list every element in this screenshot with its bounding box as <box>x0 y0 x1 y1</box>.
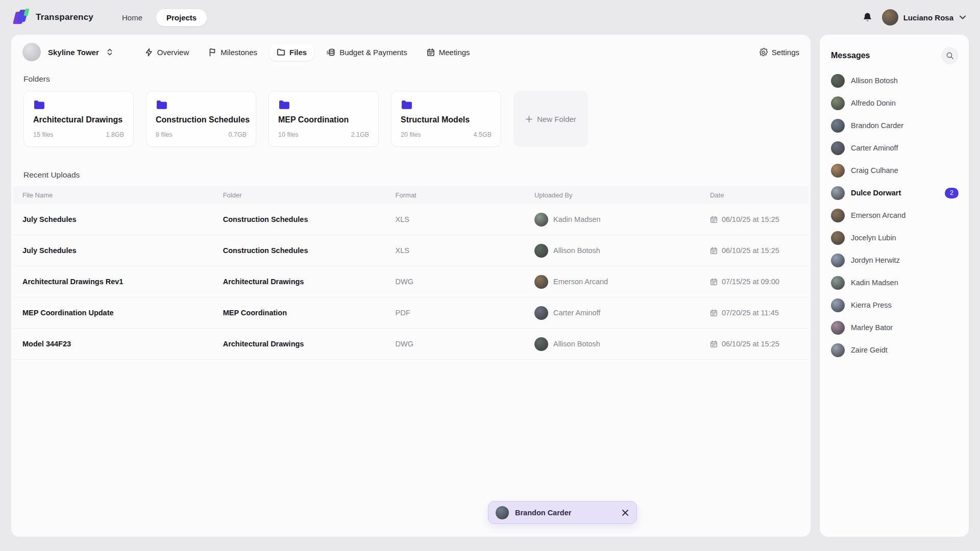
folder-size: 4.5GB <box>474 131 492 138</box>
flag-icon <box>208 48 216 57</box>
primary-nav: Home Projects <box>122 9 207 27</box>
tab-label: Overview <box>157 48 189 57</box>
cell-file-name: Model 344F23 <box>22 340 223 348</box>
project-name: Skyline Tower <box>48 48 99 57</box>
contact-avatar <box>831 74 845 88</box>
table-row[interactable]: July Schedules Construction Schedules XL… <box>13 204 808 235</box>
folder-card[interactable]: Structural Models 20 files 4.5GB <box>391 91 501 147</box>
contact-item[interactable]: Brandon Carder <box>820 114 969 137</box>
cell-folder: Architectural Drawings <box>223 278 396 286</box>
cell-folder: MEP Coordination <box>223 309 396 317</box>
cell-uploaded-by: Emerson Arcand <box>534 275 710 289</box>
cell-file-name: July Schedules <box>22 246 223 255</box>
uploader-name: Allison Botosh <box>553 340 600 348</box>
contact-item[interactable]: Zaire Geidt <box>820 339 969 361</box>
cell-file-name: MEP Coordination Update <box>22 309 223 317</box>
tab-meetings[interactable]: Meetings <box>420 44 477 61</box>
nav-home[interactable]: Home <box>122 13 142 22</box>
calendar-icon <box>710 216 718 223</box>
contact-list: Allison Botosh Alfredo Donin Brandon Car… <box>820 69 969 361</box>
contact-item[interactable]: Craig Culhane <box>820 159 969 182</box>
folder-file-count: 8 files <box>156 131 173 138</box>
contact-avatar <box>831 298 845 312</box>
project-panel: Skyline Tower Overview Milestones Files <box>11 35 811 537</box>
uploader-name: Emerson Arcand <box>553 278 608 286</box>
contact-avatar <box>831 119 845 133</box>
cell-format: DWG <box>396 278 534 286</box>
contact-avatar <box>831 254 845 267</box>
uploader-name: Allison Botosh <box>553 246 600 255</box>
bell-icon[interactable] <box>862 12 873 23</box>
close-icon[interactable] <box>621 509 629 517</box>
message-toast[interactable]: Brandon Carder <box>488 501 637 524</box>
cell-folder: Construction Schedules <box>223 215 396 223</box>
project-selector[interactable]: Skyline Tower <box>22 43 113 61</box>
folder-icon <box>33 99 124 110</box>
contact-item[interactable]: Marley Bator <box>820 316 969 339</box>
brand-logo-icon <box>13 9 31 26</box>
folder-icon <box>156 99 247 110</box>
calendar-icon <box>710 309 718 317</box>
contact-item[interactable]: Jocelyn Lubin <box>820 227 969 249</box>
cell-format: PDF <box>396 309 534 317</box>
folder-icon <box>401 99 492 110</box>
folder-name: Architectural Drawings <box>33 115 124 124</box>
uploader-name: Kadin Madsen <box>553 215 601 223</box>
uploads-table-header: File Name Folder Format Uploaded By Date <box>13 186 808 204</box>
date-text: 07/20/25 at 11:45 <box>722 309 779 317</box>
settings-button[interactable]: Settings <box>759 48 799 57</box>
contact-item[interactable]: Kadin Madsen <box>820 271 969 294</box>
contact-avatar <box>831 321 845 335</box>
col-folder: Folder <box>223 191 396 199</box>
new-folder-button[interactable]: New Folder <box>513 91 588 147</box>
folder-file-count: 10 files <box>278 131 299 138</box>
contact-avatar <box>831 276 845 290</box>
folder-card[interactable]: MEP Coordination 10 files 2.1GB <box>268 91 379 147</box>
user-name: Luciano Rosa <box>903 13 953 22</box>
user-menu[interactable]: Luciano Rosa <box>882 9 967 26</box>
uploads-table: File Name Folder Format Uploaded By Date… <box>13 186 808 360</box>
cell-date: 06/10/25 at 15:25 <box>710 246 799 255</box>
search-icon <box>946 52 954 60</box>
cell-date: 07/20/25 at 11:45 <box>710 309 799 317</box>
contact-item[interactable]: Alfredo Donin <box>820 92 969 114</box>
cell-folder: Architectural Drawings <box>223 340 396 348</box>
cell-uploaded-by: Kadin Madsen <box>534 213 710 227</box>
contact-item[interactable]: Emerson Arcand <box>820 204 969 227</box>
cell-uploaded-by: Allison Botosh <box>534 337 710 351</box>
contact-name: Carter Aminoff <box>851 144 898 152</box>
cell-format: DWG <box>396 340 534 348</box>
folder-size: 2.1GB <box>351 131 369 138</box>
folder-name: MEP Coordination <box>278 115 369 124</box>
tab-milestones[interactable]: Milestones <box>201 44 264 61</box>
nav-projects[interactable]: Projects <box>156 9 207 27</box>
folder-cards: Architectural Drawings 15 files 1.8GB Co… <box>11 84 811 147</box>
folder-card[interactable]: Construction Schedules 8 files 0.7GB <box>146 91 256 147</box>
table-row[interactable]: July Schedules Construction Schedules XL… <box>13 235 808 266</box>
contact-avatar <box>831 164 845 178</box>
folder-size: 1.8GB <box>106 131 124 138</box>
uploader-name: Carter Aminoff <box>553 309 600 317</box>
table-row[interactable]: Model 344F23 Architectural Drawings DWG … <box>13 329 808 360</box>
table-row[interactable]: Architectural Drawings Rev1 Architectura… <box>13 266 808 297</box>
contact-item[interactable]: Allison Botosh <box>820 69 969 92</box>
tab-label: Files <box>289 48 307 57</box>
folder-card[interactable]: Architectural Drawings 15 files 1.8GB <box>23 91 134 147</box>
tab-budget[interactable]: $ Budget & Payments <box>319 44 414 61</box>
tab-label: Meetings <box>439 48 470 57</box>
table-row[interactable]: MEP Coordination Update MEP Coordination… <box>13 297 808 329</box>
calendar-icon <box>710 340 718 348</box>
uploads-section-title: Recent Uploads <box>11 162 811 180</box>
contact-name: Brandon Carder <box>851 121 903 130</box>
contact-name: Craig Culhane <box>851 166 898 174</box>
search-button[interactable] <box>941 47 959 64</box>
contact-item[interactable]: Dulce Dorwart 2 <box>820 182 969 204</box>
messages-panel: Messages Allison Botosh Alfredo Donin Br… <box>820 35 969 537</box>
folders-section-title: Folders <box>11 66 811 84</box>
tab-overview[interactable]: Overview <box>138 44 197 61</box>
contact-item[interactable]: Jordyn Herwitz <box>820 249 969 271</box>
tab-files[interactable]: Files <box>270 44 314 61</box>
contact-item[interactable]: Carter Aminoff <box>820 137 969 159</box>
folder-file-count: 15 files <box>33 131 54 138</box>
contact-item[interactable]: Kierra Press <box>820 294 969 316</box>
